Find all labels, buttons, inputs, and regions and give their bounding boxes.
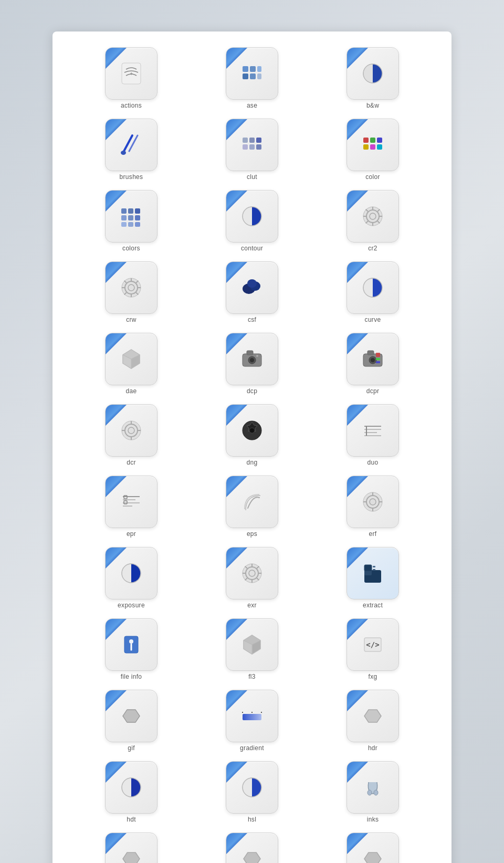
jpeg-icon-box <box>226 833 278 863</box>
hdr-label: hdr <box>368 744 377 752</box>
svg-marker-133 <box>123 710 140 722</box>
main-panel: ✦ actions <box>52 31 452 863</box>
dcr-icon-item[interactable]: dcr <box>105 404 158 466</box>
svg-rect-23 <box>370 144 375 150</box>
gif-icon-item[interactable]: gif <box>105 690 158 752</box>
fileinfo-icon-box <box>105 618 158 671</box>
actions-label: actions <box>121 102 142 109</box>
svg-point-70 <box>250 358 254 362</box>
svg-rect-5 <box>243 73 248 79</box>
cr2-icon-item[interactable]: cr2 <box>346 190 399 252</box>
csf-icon-item[interactable]: csf <box>226 261 278 323</box>
colors-label: colors <box>122 245 140 252</box>
contour-label: contour <box>241 245 263 252</box>
exposure-icon-item[interactable]: exposure <box>105 547 158 609</box>
jp2-icon-box <box>105 833 158 863</box>
dae-label: dae <box>126 387 137 395</box>
clut-label: clut <box>247 173 257 181</box>
color-icon-box <box>346 119 399 171</box>
hdr-icon-item[interactable]: hdr <box>346 690 399 752</box>
svg-rect-4 <box>257 66 261 72</box>
hdt-icon-item[interactable]: hdt <box>105 761 158 823</box>
cr2-icon-box <box>346 190 399 243</box>
dcp-icon-box <box>226 333 278 385</box>
cr2-label: cr2 <box>368 245 377 252</box>
dng-icon-item[interactable]: dng <box>226 404 278 466</box>
contour-icon-box <box>226 190 278 243</box>
svg-rect-3 <box>250 66 256 72</box>
ase-icon-item[interactable]: ase <box>226 47 278 109</box>
dcr-icon-box <box>105 404 158 457</box>
svg-point-87 <box>249 428 255 433</box>
actions-icon-item[interactable]: ✦ actions <box>105 47 158 109</box>
svg-rect-17 <box>249 144 255 150</box>
jp2-icon-item[interactable]: jp2 <box>105 833 158 863</box>
hsl-icon-item[interactable]: hsl <box>226 761 278 823</box>
extract-icon-item[interactable]: extract <box>346 547 399 609</box>
svg-rect-30 <box>135 215 140 220</box>
svg-point-75 <box>371 358 375 362</box>
brushes-icon-item[interactable]: brushes <box>105 119 158 181</box>
crw-icon-box <box>105 261 158 314</box>
curve-icon-item[interactable]: curve <box>346 261 399 323</box>
fl3-icon-item[interactable]: fl3 <box>226 618 278 680</box>
exr-icon-item[interactable]: exr <box>226 547 278 609</box>
hdt-label: hdt <box>127 816 136 823</box>
svg-marker-147 <box>244 853 260 863</box>
bw-icon-box <box>346 47 399 100</box>
brushes-icon-box <box>105 119 158 171</box>
jpeg-icon-item[interactable]: jpeg <box>226 833 278 863</box>
gradient-icon-box <box>226 690 278 742</box>
dae-icon-box <box>105 333 158 385</box>
gradient-icon-item[interactable]: gradient <box>226 690 278 752</box>
svg-rect-24 <box>377 144 382 150</box>
dcpr-icon-item[interactable]: dcpr <box>346 333 399 395</box>
dcp-icon-item[interactable]: dcp <box>226 333 278 395</box>
svg-point-71 <box>256 355 258 357</box>
svg-rect-27 <box>135 208 140 214</box>
erf-icon-item[interactable]: erf <box>346 476 399 538</box>
svg-rect-19 <box>363 138 369 143</box>
clut-icon-item[interactable]: clut <box>226 119 278 181</box>
dng-icon-box <box>226 404 278 457</box>
icon-grid: ✦ actions <box>79 47 425 863</box>
duo-icon-item[interactable]: duo <box>346 404 399 466</box>
extract-label: extract <box>363 602 383 609</box>
curve-icon-box <box>346 261 399 314</box>
contour-icon-item[interactable]: contour <box>226 190 278 252</box>
inks-icon-box <box>346 761 399 814</box>
curve-label: curve <box>365 316 381 323</box>
eps-icon-box <box>226 476 278 528</box>
dcp-label: dcp <box>247 387 257 395</box>
inks-label: inks <box>367 816 379 823</box>
color-icon-item[interactable]: color <box>346 119 399 181</box>
epr-icon-box <box>105 476 158 528</box>
fxg-icon-item[interactable]: </> fxg <box>346 618 399 680</box>
svg-rect-26 <box>128 208 133 214</box>
ase-label: ase <box>247 102 257 109</box>
epr-icon-item[interactable]: epr <box>105 476 158 538</box>
jpx-icon-item[interactable]: jpx <box>346 833 399 863</box>
erf-label: erf <box>369 530 377 538</box>
colors-icon-item[interactable]: colors <box>105 190 158 252</box>
ase-icon-box <box>226 47 278 100</box>
bw-label: b&w <box>366 102 379 109</box>
svg-rect-14 <box>249 138 255 143</box>
svg-rect-28 <box>121 215 127 220</box>
bw-icon-item[interactable]: b&w <box>346 47 399 109</box>
crw-icon-item[interactable]: crw <box>105 261 158 323</box>
svg-rect-18 <box>256 144 261 150</box>
inks-icon-item[interactable]: inks <box>346 761 399 823</box>
svg-rect-123 <box>373 569 375 571</box>
svg-rect-77 <box>376 358 380 360</box>
dae-icon-item[interactable]: dae <box>105 333 158 395</box>
fileinfo-icon-item[interactable]: file info <box>105 618 158 680</box>
exr-icon-box <box>226 547 278 599</box>
jpx-icon-box <box>346 833 399 863</box>
extract-icon-box <box>346 547 399 599</box>
svg-marker-148 <box>364 853 381 863</box>
eps-label: eps <box>247 530 257 538</box>
svg-point-101 <box>370 499 376 505</box>
exposure-icon-box <box>105 547 158 599</box>
eps-icon-item[interactable]: eps <box>226 476 278 538</box>
